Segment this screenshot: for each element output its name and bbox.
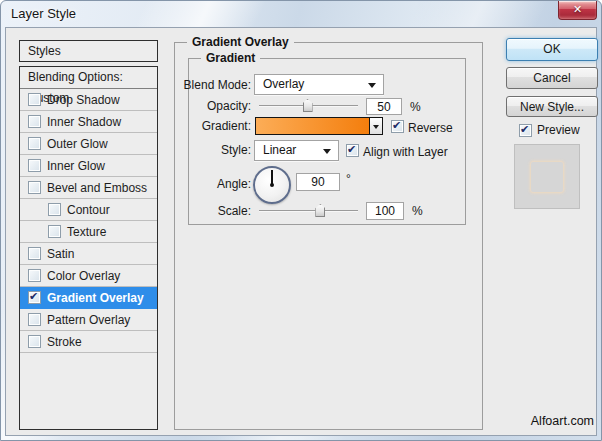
style-row-label: Satin (47, 247, 74, 261)
chevron-down-icon (323, 149, 331, 154)
opacity-input[interactable] (366, 98, 402, 115)
color-overlay-checkbox[interactable] (28, 269, 41, 282)
blend-mode-select[interactable]: Overlay (254, 74, 384, 95)
preview-checkbox[interactable] (519, 124, 532, 137)
angle-dial[interactable] (253, 166, 291, 204)
stroke-checkbox[interactable] (28, 335, 41, 348)
align-with-layer-label: Align with Layer (363, 145, 448, 159)
style-row-bevel-emboss[interactable]: Bevel and Emboss (20, 177, 157, 199)
style-row-label: Pattern Overlay (47, 313, 130, 327)
style-row-inner-shadow[interactable]: Inner Shadow (20, 111, 157, 133)
dialog-content: Styles Blending Options: Custom Drop Sha… (5, 27, 597, 436)
scale-input[interactable] (366, 202, 404, 220)
style-row-inner-glow[interactable]: Inner Glow (20, 155, 157, 177)
blending-options-row[interactable]: Blending Options: Custom (20, 67, 157, 89)
cancel-button[interactable]: Cancel (506, 67, 598, 89)
style-row-contour[interactable]: Contour (20, 199, 157, 221)
style-row-label: Drop Shadow (47, 93, 120, 107)
gradient-swatch[interactable] (256, 118, 369, 134)
scale-slider[interactable] (259, 210, 358, 212)
opacity-slider[interactable] (259, 105, 358, 107)
style-select[interactable]: Linear (254, 140, 339, 161)
scale-unit: % (412, 204, 423, 218)
close-icon[interactable]: ✕ (558, 1, 597, 20)
inner-shadow-checkbox[interactable] (28, 115, 41, 128)
style-row-label: Bevel and Emboss (47, 181, 147, 195)
gradient-label: Gradient: (175, 119, 251, 133)
opacity-label: Opacity: (175, 99, 251, 113)
outer-glow-checkbox[interactable] (28, 137, 41, 150)
gradient-picker[interactable] (255, 117, 383, 135)
style-preview-thumbnail (514, 144, 580, 209)
style-row-color-overlay[interactable]: Color Overlay (20, 265, 157, 287)
satin-checkbox[interactable] (28, 247, 41, 260)
scale-label: Scale: (175, 204, 251, 218)
style-value: Linear (263, 143, 296, 157)
window-title: Layer Style (11, 6, 76, 21)
contour-checkbox[interactable] (48, 203, 61, 216)
angle-label: Angle: (175, 177, 251, 191)
blend-mode-label: Blend Mode: (175, 78, 251, 92)
style-row-label: Texture (67, 225, 106, 239)
chevron-down-icon (368, 83, 376, 88)
pattern-overlay-checkbox[interactable] (28, 313, 41, 326)
style-preview-chip (531, 162, 563, 192)
style-row-label: Contour (67, 203, 110, 217)
angle-input[interactable] (296, 173, 340, 191)
angle-dial-center (270, 183, 274, 187)
bevel-emboss-checkbox[interactable] (28, 181, 41, 194)
style-row-pattern-overlay[interactable]: Pattern Overlay (20, 309, 157, 331)
panel-title: Gradient Overlay (187, 35, 294, 49)
layer-style-dialog: Layer Style ✕ Styles Blending Options: C… (0, 0, 602, 441)
style-row-label: Color Overlay (47, 269, 120, 283)
style-label: Style: (175, 143, 251, 157)
inner-glow-checkbox[interactable] (28, 159, 41, 172)
angle-unit: ° (346, 172, 351, 186)
style-row-label: Gradient Overlay (47, 291, 144, 305)
style-row-label: Stroke (47, 335, 82, 349)
texture-checkbox[interactable] (48, 225, 61, 238)
style-row-gradient-overlay[interactable]: Gradient Overlay (20, 287, 157, 309)
blend-mode-value: Overlay (263, 77, 304, 91)
styles-panel-header: Styles (19, 40, 158, 62)
styles-list: Blending Options: Custom Drop Shadow Inn… (19, 66, 158, 430)
title-bar[interactable]: Layer Style ✕ (1, 1, 601, 27)
drop-shadow-checkbox[interactable] (28, 93, 41, 106)
preview-label: Preview (537, 123, 580, 137)
gradient-dropdown-button[interactable] (369, 118, 382, 134)
gradient-overlay-panel: Gradient Overlay Gradient Blend Mode: Ov… (174, 42, 483, 430)
opacity-unit: % (410, 100, 421, 114)
style-row-label: Outer Glow (47, 137, 108, 151)
style-row-label: Inner Shadow (47, 115, 121, 129)
reverse-label: Reverse (408, 121, 453, 135)
style-row-label: Inner Glow (47, 159, 105, 173)
gradient-overlay-checkbox[interactable] (28, 291, 41, 304)
style-row-outer-glow[interactable]: Outer Glow (20, 133, 157, 155)
preview-toggle[interactable]: Preview (519, 123, 580, 137)
reverse-checkbox[interactable] (391, 120, 404, 133)
new-style-button[interactable]: New Style... (506, 96, 598, 117)
fieldset-title: Gradient (201, 51, 260, 65)
align-with-layer-checkbox[interactable] (346, 144, 359, 157)
watermark-text: Alfoart.com (531, 414, 594, 428)
style-row-stroke[interactable]: Stroke (20, 331, 157, 353)
style-row-texture[interactable]: Texture (20, 221, 157, 243)
style-row-satin[interactable]: Satin (20, 243, 157, 265)
ok-button[interactable]: OK (506, 38, 598, 61)
